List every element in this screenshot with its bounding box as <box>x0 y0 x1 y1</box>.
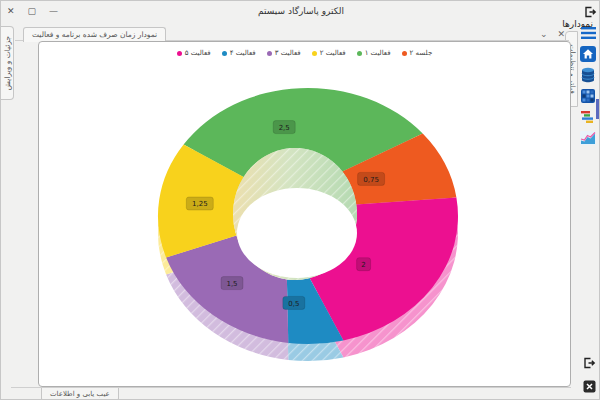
legend-item: فعالیت ۲ <box>312 49 346 57</box>
legend-label: فعالیت ۵ <box>185 49 211 57</box>
legend-item: فعالیت ۳ <box>267 49 301 57</box>
legend-item: فعالیت ۴ <box>222 49 256 57</box>
details-edit-tab-label: جزئیات و ویرایش <box>3 36 12 90</box>
svg-text:0,5: 0,5 <box>288 300 299 308</box>
slice-value-label: 0,75 <box>358 172 385 185</box>
slice-value-label: 1,5 <box>221 277 243 290</box>
legend-item: فعالیت ۵ <box>177 49 211 57</box>
donut-hole <box>237 188 357 278</box>
legend-item: فعالیت ۱ <box>357 49 391 57</box>
sidebar-icon-strip <box>579 25 597 146</box>
legend-label: فعالیت ۳ <box>275 49 301 57</box>
legend-label: فعالیت ۲ <box>320 49 346 57</box>
legend-item: جلسه ۲ <box>402 49 433 57</box>
svg-text:2: 2 <box>361 261 365 269</box>
chart-legend: فعالیت ۵فعالیت ۴فعالیت ۳فعالیت ۲فعالیت ۱… <box>39 49 570 57</box>
window-title: الکترو پاسارگاد سیستم <box>1 1 600 21</box>
document-tab-label: نمودار زمان صرف شده برنامه و فعالیت <box>32 30 157 39</box>
exit-icon[interactable] <box>582 355 596 374</box>
chevron-down-icon[interactable]: ⌄ <box>540 29 548 39</box>
svg-text:1,25: 1,25 <box>192 200 208 208</box>
details-edit-tab[interactable]: جزئیات و ویرایش <box>1 26 14 100</box>
legend-dot <box>222 51 227 56</box>
heatmap-icon[interactable] <box>580 88 596 104</box>
legend-dot <box>402 51 407 56</box>
legend-dot <box>357 51 362 56</box>
chart-panel: 2,50,7520,51,51,25 فعالیت ۵فعالیت ۴فعالی… <box>38 41 571 387</box>
troubleshooting-tab-label: عیب یابی و اطلاعات <box>50 390 110 398</box>
gantt-chart-icon[interactable] <box>580 109 596 125</box>
legend-label: فعالیت ۱ <box>365 49 391 57</box>
menu-icon[interactable] <box>580 25 596 41</box>
legend-dot <box>177 51 182 56</box>
legend-label: فعالیت ۴ <box>230 49 256 57</box>
slice-value-label: 2,5 <box>273 121 295 134</box>
donut-chart: 2,50,7520,51,51,25 <box>39 42 572 388</box>
selected-chart-indicator <box>596 99 599 119</box>
svg-text:2,5: 2,5 <box>279 124 290 132</box>
document-tab[interactable]: نمودار زمان صرف شده برنامه و فعالیت <box>23 27 166 42</box>
legend-label: جلسه ۲ <box>410 49 433 57</box>
slice-value-label: 1,25 <box>186 197 213 210</box>
svg-text:1,5: 1,5 <box>226 280 237 288</box>
home-icon[interactable] <box>580 46 596 62</box>
document-tab-controls: ⌄ ✕ <box>540 27 565 41</box>
area-chart-icon[interactable] <box>580 130 596 146</box>
bottom-right-icons <box>582 355 596 397</box>
slice-value-label: 0,5 <box>283 296 305 309</box>
troubleshooting-tab[interactable]: عیب یابی و اطلاعات <box>41 388 119 400</box>
slice-value-label: 2 <box>357 258 371 271</box>
close-tab-icon[interactable]: ✕ <box>557 29 565 39</box>
legend-dot <box>312 51 317 56</box>
svg-text:0,75: 0,75 <box>363 176 379 184</box>
legend-dot <box>267 51 272 56</box>
database-icon[interactable] <box>580 67 596 83</box>
close-panel-icon[interactable] <box>583 378 596 397</box>
title-bar: ✕ ▢ — الکترو پاسارگاد سیستم <box>1 1 600 21</box>
